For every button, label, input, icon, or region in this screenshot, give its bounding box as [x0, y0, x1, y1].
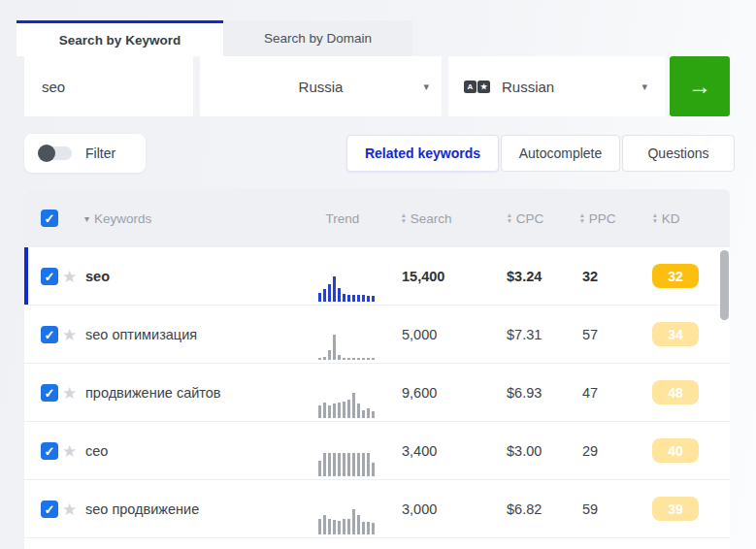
result-tabs: Related keywords Autocomplete Questions [346, 135, 735, 172]
tab-autocomplete-label: Autocomplete [519, 145, 603, 161]
region-select[interactable]: Russia ▾ [200, 56, 442, 116]
search-volume-cell: 15,400 [402, 247, 444, 306]
trend-sparkline [318, 451, 378, 476]
table-row[interactable]: ★ seo 15,400 $3.24 32 32 [24, 247, 730, 306]
column-header-trend-label: Trend [326, 211, 360, 226]
trend-sparkline [318, 393, 378, 418]
tab-search-by-domain[interactable]: Search by Domain [223, 20, 412, 56]
column-header-keywords[interactable]: ▾ Keywords [84, 189, 151, 247]
cpc-cell: $6.93 [507, 364, 542, 422]
row-checkbox[interactable] [41, 268, 58, 285]
tab-autocomplete[interactable]: Autocomplete [501, 135, 620, 172]
translate-icon: A★ [464, 81, 490, 93]
trend-sparkline [318, 509, 378, 534]
ppc-cell: 47 [582, 364, 598, 422]
cpc-cell: $6.82 [507, 480, 542, 538]
select-all-checkbox[interactable] [41, 210, 58, 227]
cpc-cell: $7.31 [507, 306, 542, 364]
column-header-ppc-label: PPC [589, 211, 616, 226]
search-submit-button[interactable]: → [670, 56, 730, 116]
column-header-keywords-label: Keywords [94, 211, 151, 226]
keyword-cell[interactable]: продвижение сайтов [85, 364, 221, 422]
tab-related-keywords[interactable]: Related keywords [346, 135, 499, 172]
keywords-table: ▾ Keywords Trend ▴▾ Search ▴▾ CPC ▴▾ PPC… [24, 189, 730, 549]
tab-search-by-keyword-label: Search by Keyword [59, 33, 181, 48]
kd-badge: 40 [652, 438, 699, 463]
toggle-knob [38, 145, 55, 162]
keyword-cell[interactable]: seo оптимизация [85, 306, 197, 364]
search-volume-cell: 3,000 [402, 480, 437, 538]
tab-search-by-domain-label: Search by Domain [264, 31, 372, 46]
table-row[interactable]: ★ seo оптимизация 5,000 $7.31 57 34 [24, 306, 730, 364]
ppc-cell: 59 [582, 480, 598, 538]
kd-badge: 32 [652, 264, 699, 288]
table-row[interactable]: ★ продвижение сайтов 9,600 $6.93 47 48 [24, 364, 730, 422]
table-row[interactable]: ★ seo продвижение 3,000 $6.82 59 39 [24, 480, 730, 538]
language-select-value: Russian [502, 79, 554, 95]
column-header-kd-label: KD [662, 211, 680, 226]
filter-card: Filter [24, 134, 146, 173]
tab-related-keywords-label: Related keywords [365, 145, 480, 161]
sort-icon: ▴▾ [580, 212, 584, 224]
trend-sparkline [318, 276, 378, 302]
cpc-cell: $3.24 [507, 247, 542, 306]
favorite-star-icon[interactable]: ★ [62, 364, 77, 422]
row-checkbox[interactable] [41, 501, 58, 518]
column-header-trend: Trend [315, 189, 370, 247]
favorite-star-icon[interactable]: ★ [62, 480, 77, 538]
keyword-search-input[interactable]: seo [24, 56, 193, 116]
search-volume-cell: 9,600 [402, 364, 437, 422]
filter-label: Filter [85, 145, 115, 161]
arrow-right-icon: → [688, 73, 711, 100]
cpc-cell: $3.00 [507, 422, 542, 480]
row-checkbox[interactable] [41, 326, 58, 343]
ppc-cell: 57 [582, 306, 598, 364]
table-row[interactable]: ★ сео 3,400 $3.00 29 40 [24, 422, 730, 480]
chevron-down-icon: ▾ [641, 81, 647, 93]
column-header-kd[interactable]: ▴▾ KD [653, 189, 680, 247]
chevron-down-icon: ▾ [423, 81, 429, 93]
kd-badge: 48 [652, 380, 699, 404]
column-header-cpc-label: CPC [516, 211, 544, 226]
search-volume-cell: 3,400 [402, 422, 437, 480]
filter-toggle[interactable] [39, 146, 72, 160]
favorite-star-icon[interactable]: ★ [62, 422, 77, 480]
search-query-value: seo [42, 79, 65, 95]
table-scrollbar-thumb[interactable] [720, 250, 729, 320]
row-checkbox[interactable] [41, 442, 58, 460]
ppc-cell: 29 [582, 422, 598, 480]
sort-caret-icon: ▾ [84, 213, 89, 224]
keyword-cell[interactable]: сео [85, 422, 108, 480]
sort-icon: ▴▾ [508, 212, 511, 224]
kd-badge: 34 [652, 322, 699, 346]
table-header: ▾ Keywords Trend ▴▾ Search ▴▾ CPC ▴▾ PPC… [24, 189, 730, 247]
column-header-search[interactable]: ▴▾ Search [402, 189, 452, 247]
keyword-cell[interactable]: seo продвижение [85, 480, 199, 538]
favorite-star-icon[interactable]: ★ [62, 306, 77, 364]
row-checkbox[interactable] [41, 384, 58, 402]
favorite-star-icon[interactable]: ★ [62, 247, 77, 306]
language-select[interactable]: A★ Russian ▾ [448, 56, 665, 116]
tab-questions[interactable]: Questions [622, 135, 735, 172]
sort-icon: ▴▾ [402, 212, 406, 224]
tab-questions-label: Questions [647, 145, 708, 161]
column-header-search-label: Search [411, 211, 452, 226]
kd-badge: 39 [652, 497, 699, 521]
column-header-cpc[interactable]: ▴▾ CPC [508, 189, 543, 247]
keyword-cell[interactable]: seo [85, 247, 110, 306]
table-body: ★ seo 15,400 $3.24 32 32 ★ seo оптимизац… [24, 247, 730, 538]
trend-sparkline [318, 335, 378, 360]
search-volume-cell: 5,000 [402, 306, 437, 364]
ppc-cell: 32 [582, 247, 598, 306]
region-select-value: Russia [299, 79, 344, 95]
column-header-ppc[interactable]: ▴▾ PPC [580, 189, 616, 247]
tab-search-by-keyword[interactable]: Search by Keyword [16, 20, 223, 56]
sort-icon: ▴▾ [653, 212, 657, 224]
